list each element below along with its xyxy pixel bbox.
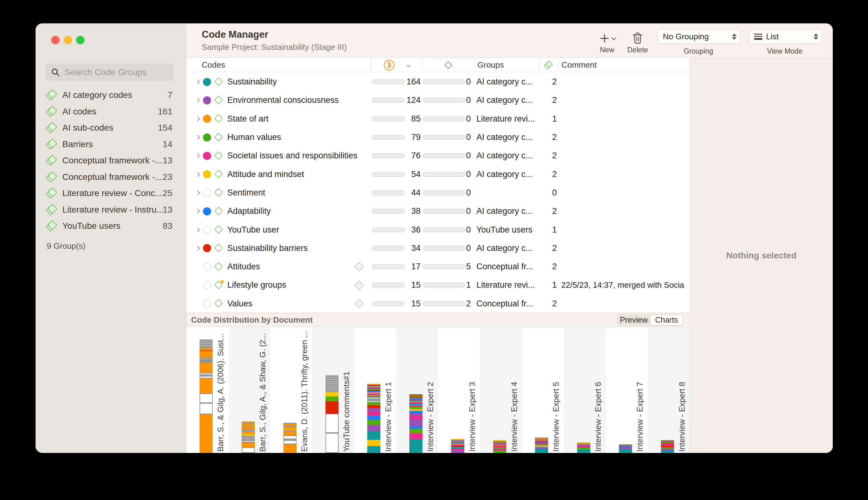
stacked-bar [409, 394, 422, 453]
code-color-dot[interactable] [203, 134, 211, 141]
segments-bar [372, 172, 405, 177]
code-diamond-icon [214, 96, 224, 105]
table-row[interactable]: YouTube user 36 0 YouTube users 1 [187, 220, 690, 239]
bar-segment [326, 392, 339, 397]
empty-state-text: Nothing selected [726, 251, 797, 261]
sidebar-group-item[interactable]: AI codes 161 [35, 103, 187, 120]
code-groups-icon [544, 61, 553, 69]
code-color-dot[interactable] [203, 299, 211, 308]
column-header-coded-segments[interactable]: )) [371, 58, 422, 72]
code-cell: Adaptability [187, 202, 371, 220]
sidebar-group-item[interactable]: Barriers 14 [35, 136, 187, 153]
table-row[interactable]: Human values 79 0 AI category c... 2 [187, 128, 690, 147]
group-cell: Literature revi... [474, 114, 539, 124]
code-name: Adaptability [227, 206, 271, 216]
sidebar-group-item[interactable]: Literature review - Instru... 13 [35, 202, 187, 218]
code-color-dot[interactable] [203, 115, 211, 123]
sidebar-group-item[interactable]: YouTube users 83 [35, 218, 187, 235]
sidebar-group-item[interactable]: Conceptual framework -... 13 [35, 152, 187, 169]
search-input[interactable] [46, 64, 173, 80]
segments-bar [372, 79, 405, 84]
new-button[interactable]: New [589, 28, 625, 54]
tab-charts[interactable]: Charts [650, 315, 683, 326]
expand-chevron-icon[interactable] [195, 191, 200, 195]
inactive-diamond-icon [354, 299, 364, 309]
column-header-codes[interactable]: Codes [187, 58, 371, 72]
table-row[interactable]: Attitudes 17 5 Conceptual fr... 2 [187, 258, 690, 276]
documents-cell: 0 [422, 243, 474, 253]
code-color-dot[interactable] [203, 207, 211, 215]
table-row[interactable]: Societal issues and responsibilities 76 … [187, 147, 690, 165]
code-color-dot[interactable] [203, 281, 211, 289]
code-color-dot[interactable] [203, 152, 211, 160]
documents-bar [423, 228, 465, 232]
table-row[interactable]: Lifestyle groups 15 1 Literature revi...… [187, 276, 690, 294]
documents-cell: 0 [422, 206, 474, 216]
table-row[interactable]: Sustainability barriers 34 0 AI category… [187, 239, 690, 258]
zoom-window-button[interactable] [76, 36, 84, 44]
documents-cell: 0 [422, 95, 474, 105]
column-header-comment[interactable]: Comment [559, 58, 690, 72]
code-cell: Societal issues and responsibilities [187, 147, 371, 165]
code-name: Sustainability barriers [227, 243, 308, 253]
documents-count: 0 [465, 188, 471, 198]
code-diamond-icon [214, 114, 224, 123]
bar-segment [661, 451, 674, 453]
group-cell: AI category c... [474, 133, 539, 142]
delete-button[interactable]: Delete [622, 28, 653, 54]
preview-charts-segmented-control: PreviewCharts [617, 314, 684, 326]
grouping-select-value: No Grouping [663, 32, 709, 42]
table-row[interactable]: Values 15 2 Conceptual fr... 2 [187, 295, 690, 312]
sidebar-group-item[interactable]: AI sub-codes 154 [35, 120, 187, 136]
code-diamond-icon [444, 61, 452, 69]
expand-chevron-icon[interactable] [195, 135, 200, 140]
code-color-dot[interactable] [203, 170, 211, 178]
close-window-button[interactable] [51, 36, 59, 44]
segments-bar [372, 302, 405, 306]
group-cell: AI category c... [474, 151, 539, 160]
table-row[interactable]: Sentiment 44 0 0 [187, 184, 690, 202]
group-cell: AI category c... [474, 77, 539, 87]
segments-bar [372, 264, 405, 269]
code-color-dot[interactable] [203, 244, 211, 252]
tab-preview[interactable]: Preview [618, 315, 650, 326]
table-row[interactable]: Environmental consciousness 124 0 AI cat… [187, 91, 690, 110]
stacked-bar [326, 375, 339, 453]
column-header-documents[interactable] [422, 58, 474, 72]
table-row[interactable]: Sustainability 164 0 AI category c... 2 [187, 73, 690, 91]
table-row[interactable]: Adaptability 38 0 AI category c... 2 [187, 202, 690, 220]
bar-segment [409, 413, 422, 416]
expand-chevron-icon[interactable] [195, 79, 200, 84]
code-color-dot[interactable] [203, 263, 211, 271]
code-color-dot[interactable] [203, 78, 211, 86]
column-header-groups[interactable]: Groups [474, 58, 539, 72]
expand-chevron-icon[interactable] [195, 154, 200, 158]
bar-segment [451, 451, 464, 453]
sidebar-group-item[interactable]: AI category codes 7 [35, 87, 187, 103]
code-color-dot[interactable] [203, 96, 211, 104]
stacked-bar [200, 340, 213, 453]
group-count-cell: 1 [539, 225, 559, 235]
coded-segments-cell: 34 [371, 243, 422, 253]
expand-chevron-icon[interactable] [195, 172, 200, 177]
expand-chevron-icon[interactable] [195, 246, 200, 251]
minimize-window-button[interactable] [64, 36, 72, 44]
expand-chevron-icon[interactable] [195, 227, 200, 232]
sidebar-group-item[interactable]: Conceptual framework -... 23 [35, 169, 187, 185]
export-button[interactable]: Export [825, 28, 833, 54]
table-row[interactable]: Attitude and mindset 54 0 AI category c.… [187, 165, 690, 183]
table-row[interactable]: State of art 85 0 Literature revi... 1 [187, 110, 690, 128]
grouping-select[interactable]: No Grouping [657, 29, 741, 44]
segments-bar [372, 116, 405, 121]
coded-segments-cell: 36 [371, 225, 422, 235]
expand-chevron-icon[interactable] [195, 116, 200, 121]
code-group-icon [47, 172, 57, 182]
column-header-group-count[interactable] [539, 58, 559, 72]
view-mode-select[interactable]: List [749, 29, 822, 44]
sidebar-group-item[interactable]: Literature review - Conc... 25 [35, 185, 187, 202]
memo-dot [221, 280, 224, 283]
code-color-dot[interactable] [203, 189, 211, 197]
expand-chevron-icon[interactable] [195, 209, 200, 214]
expand-chevron-icon[interactable] [195, 98, 200, 103]
code-color-dot[interactable] [203, 226, 211, 234]
